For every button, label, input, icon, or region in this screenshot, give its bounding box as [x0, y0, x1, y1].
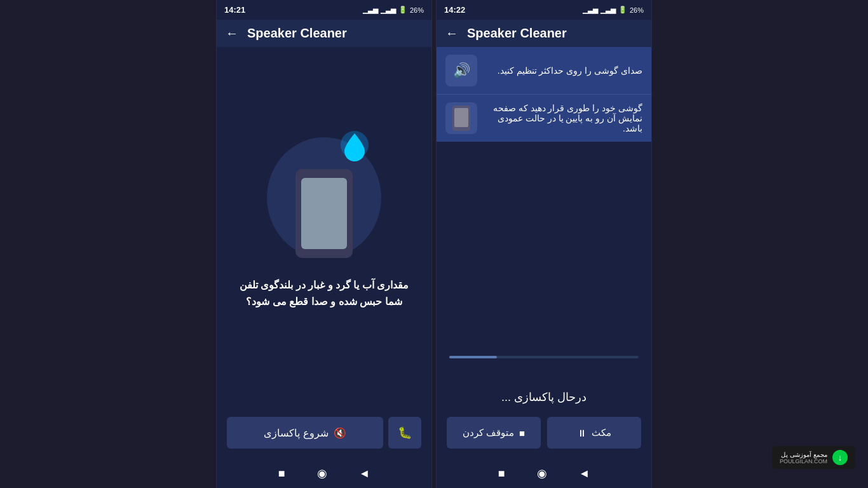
main-description: مقداری آب یا گرد و غبار در بلندگوی تلفن … [229, 277, 419, 309]
water-drop-icon [341, 131, 369, 164]
left-status-icons: ▁▃▅ ▁▃▅ 🔋 26% [363, 6, 424, 14]
left-content: مقداری آب یا گرد و غبار در بلندگوی تلفن … [217, 47, 431, 407]
phone-tilt-icon [450, 104, 473, 132]
speaker-icon: 🔇 [334, 427, 346, 439]
watermark-icon: ↓ [832, 450, 848, 465]
left-nav-bar: ■ ◉ ◄ [217, 459, 431, 488]
left-bottom-buttons: 🔇 شروع پاکسازی 🐛 [217, 407, 431, 459]
cleaning-status-text: درحال پاکسازی ... [437, 390, 651, 404]
phone-screen-inner [301, 178, 347, 249]
start-cleaning-button[interactable]: 🔇 شروع پاکسازی [227, 417, 383, 449]
left-back-button[interactable]: ← [226, 26, 238, 41]
right-nav-square[interactable]: ■ [498, 467, 505, 480]
left-app-header: ← Speaker Cleaner [217, 20, 431, 47]
left-nav-triangle[interactable]: ◄ [359, 467, 370, 480]
info-banner-2: گوشی خود را طوری قرار دهید که صفحه نمایش… [437, 94, 651, 142]
battery-icon: 🔋 [398, 6, 407, 14]
watermark-site: POULGILAN.COM [780, 458, 827, 464]
screen-wrapper: 14:21 ▁▃▅ ▁▃▅ 🔋 26% ← Speaker Cleaner [0, 0, 868, 488]
right-app-header: ← Speaker Cleaner [437, 20, 651, 47]
stop-button[interactable]: ■ متوقف کردن [447, 417, 541, 449]
battery-level: 26% [410, 6, 424, 14]
right-wifi-icon: ▁▃▅ [600, 6, 616, 14]
illustration [261, 125, 388, 264]
info-icon-box-1: 🔊 [445, 55, 477, 86]
stop-label: متوقف کردن [463, 427, 514, 438]
bug-icon: 🐛 [398, 426, 412, 440]
pause-icon: ⏸ [577, 428, 587, 438]
right-nav-triangle[interactable]: ◄ [579, 467, 590, 480]
signal-icon: ▁▃▅ [363, 6, 378, 14]
left-nav-circle[interactable]: ◉ [317, 466, 327, 480]
right-battery-icon: 🔋 [618, 6, 627, 14]
left-app-title: Speaker Cleaner [247, 26, 347, 41]
right-bottom-buttons: ■ متوقف کردن مکث ⏸ [437, 417, 651, 459]
info-icon-box-2 [445, 102, 477, 134]
right-back-button[interactable]: ← [445, 26, 458, 41]
right-app-title: Speaker Cleaner [467, 26, 567, 41]
right-battery-level: 26% [630, 6, 644, 14]
speaker-volume-icon: 🔊 [453, 62, 470, 79]
spacer [437, 142, 651, 356]
watermark-label: مجمع آموزشی پل [780, 451, 827, 458]
svg-rect-2 [454, 108, 468, 127]
wifi-icon: ▁▃▅ [381, 6, 396, 14]
pause-label: مکث [592, 427, 611, 438]
right-nav-circle[interactable]: ◉ [537, 466, 547, 480]
left-status-bar: 14:21 ▁▃▅ ▁▃▅ 🔋 26% [217, 0, 431, 20]
phone-illustration [295, 169, 353, 258]
right-nav-bar: ■ ◉ ◄ [437, 459, 651, 488]
right-status-icons: ▁▃▅ ▁▃▅ 🔋 26% [583, 6, 644, 14]
progress-fill [449, 356, 497, 358]
info-text-1: صدای گوشی را روی حداکثر تنظیم کنید. [485, 65, 642, 76]
stop-icon: ■ [519, 428, 525, 438]
right-signal-icon: ▁▃▅ [583, 6, 598, 14]
left-nav-square[interactable]: ■ [278, 467, 285, 480]
right-time: 14:22 [444, 5, 465, 15]
progress-track [449, 356, 639, 358]
pause-button[interactable]: مکث ⏸ [547, 417, 641, 449]
watermark: مجمع آموزشی پل POULGILAN.COM ↓ [772, 446, 855, 469]
phone-right: 14:22 ▁▃▅ ▁▃▅ 🔋 26% ← Speaker Cleaner صد… [436, 0, 652, 488]
progress-bar-container [437, 356, 651, 377]
phone-left: 14:21 ▁▃▅ ▁▃▅ 🔋 26% ← Speaker Cleaner [216, 0, 432, 488]
info-banner-1: صدای گوشی را روی حداکثر تنظیم کنید. 🔊 [437, 47, 651, 94]
right-status-bar: 14:22 ▁▃▅ ▁▃▅ 🔋 26% [437, 0, 651, 20]
left-time: 14:21 [224, 5, 245, 15]
info-text-2: گوشی خود را طوری قرار دهید که صفحه نمایش… [485, 103, 642, 133]
bug-button[interactable]: 🐛 [388, 417, 421, 449]
start-label: شروع پاکسازی [264, 427, 328, 439]
